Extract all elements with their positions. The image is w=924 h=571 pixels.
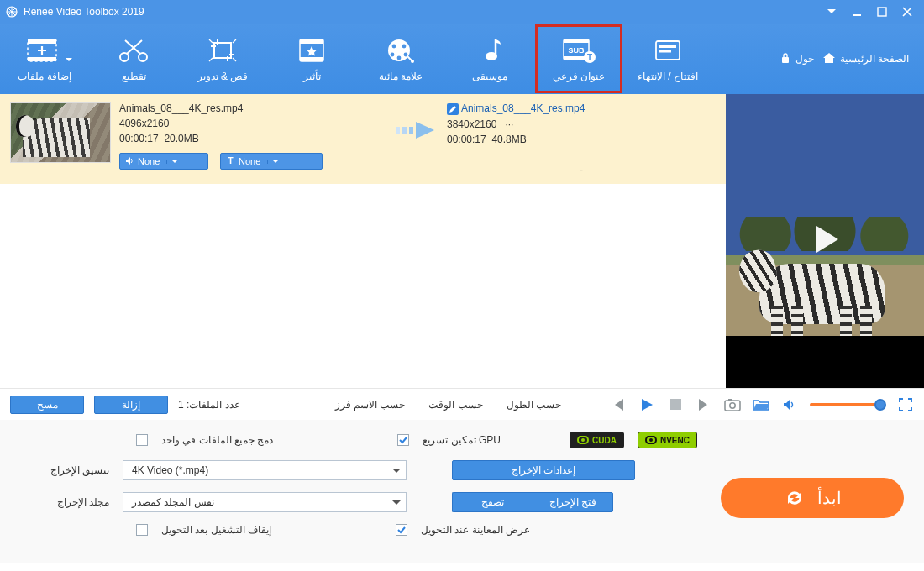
svg-rect-11 [300, 57, 323, 61]
audio-track-value: None [138, 156, 160, 166]
svg-rect-1 [853, 14, 861, 16]
svg-point-19 [486, 52, 497, 60]
tool-label: إضافة ملفات [18, 71, 71, 82]
tool-crop-rotate[interactable]: قص & تدوير [178, 24, 267, 94]
svg-rect-35 [725, 401, 740, 411]
svg-point-17 [397, 56, 402, 60]
dest-dur-size: 00:00:17 40.8MB [447, 134, 716, 145]
sort-by-time[interactable]: حسب الوقت [428, 399, 482, 411]
shutdown-checkbox[interactable] [136, 524, 148, 536]
dest-filename[interactable]: Animals_08___4K_res.mp4 [447, 102, 716, 115]
shutdown-label: إيقاف التشغيل بعد التحويل [161, 524, 271, 536]
svg-rect-5 [28, 57, 56, 61]
sort-by-name[interactable]: حسب الاسم فرز [335, 399, 406, 411]
arrow-icon [388, 102, 447, 175]
maximize-button[interactable] [870, 3, 894, 21]
svg-rect-8 [214, 43, 231, 58]
close-button[interactable] [895, 3, 919, 21]
output-folder-select[interactable]: نفس المجلد كمصدر [123, 492, 407, 512]
open-output-button[interactable]: فتح الإخراج [533, 492, 613, 512]
svg-rect-32 [402, 127, 407, 134]
play-button[interactable] [638, 396, 655, 413]
stop-button[interactable] [667, 396, 684, 413]
app-title: Renee Video Toolbox 2019 [24, 6, 144, 18]
tool-label: موسيقى [472, 71, 507, 82]
output-settings-button[interactable]: إعدادات الإخراج [452, 460, 635, 480]
subtitle-track-dropdown[interactable]: TNone [220, 153, 323, 170]
merge-label: دمج جميع الملفات في واحد [161, 434, 273, 446]
merge-checkbox[interactable] [136, 434, 148, 446]
svg-point-36 [730, 402, 735, 407]
svg-point-15 [391, 53, 395, 57]
subtitle-track-value: None [239, 156, 260, 166]
output-format-label: تنسيق الإخراج [15, 464, 109, 476]
fullscreen-button[interactable] [897, 396, 914, 413]
music-icon [475, 35, 504, 65]
output-format-select[interactable]: 4K Video (*.mp4) [123, 460, 407, 480]
volume-icon[interactable] [781, 396, 798, 413]
dest-meta: Animals_08___4K_res.mp4 3840x2160 ··· 00… [447, 102, 716, 175]
source-filename: Animals_08___4K_res.mp4 [119, 102, 388, 114]
home-link[interactable]: الصفحة الرئيسية [822, 52, 909, 66]
chevron-down-icon [166, 160, 181, 164]
source-dur-size: 00:00:17 20.0MB [119, 133, 388, 144]
audio-track-dropdown[interactable]: None [119, 153, 208, 170]
svg-rect-10 [300, 39, 323, 44]
start-label: ابدأ [817, 488, 842, 508]
about-link[interactable]: حول [780, 52, 814, 66]
refresh-icon [784, 487, 806, 509]
svg-text:SUB: SUB [568, 46, 585, 55]
gpu-label: تمكين تسريع GPU [423, 434, 501, 446]
tool-cut[interactable]: تقطيع [89, 24, 178, 94]
browse-button[interactable]: تصفح [452, 492, 533, 512]
tool-music[interactable]: موسيقى [445, 24, 534, 94]
svg-point-16 [404, 53, 408, 57]
file-row[interactable]: Animals_08___4K_res.mp4 4096x2160 00:00:… [0, 94, 726, 184]
svg-rect-28 [659, 50, 671, 53]
output-panel: دمج جميع الملفات في واحد تمكين تسريع GPU… [0, 420, 924, 563]
minimize-button[interactable] [845, 3, 869, 21]
next-button[interactable] [696, 396, 712, 413]
svg-text:T: T [228, 156, 233, 165]
preview-video[interactable] [726, 94, 924, 388]
options-dropdown-icon[interactable] [820, 3, 843, 21]
snapshot-button[interactable] [724, 396, 741, 413]
tool-intro-outro[interactable]: افتتاح / الانتهاء [623, 24, 712, 94]
tool-label: تقطيع [122, 71, 146, 82]
volume-slider[interactable] [810, 403, 885, 406]
tool-watermark[interactable]: علامة مائية [356, 24, 445, 94]
title-bar: Renee Video Toolbox 2019 [0, 0, 924, 24]
home-label: الصفحة الرئيسية [840, 53, 909, 65]
chevron-down-icon [392, 464, 401, 476]
svg-rect-4 [28, 39, 56, 44]
scissors-icon [117, 35, 150, 65]
chevron-down-icon [66, 53, 72, 65]
svg-rect-33 [409, 127, 413, 134]
add-files-icon [26, 35, 63, 65]
preview-checkbox[interactable] [396, 524, 407, 536]
gpu-checkbox[interactable] [397, 434, 409, 446]
prev-button[interactable] [610, 396, 627, 413]
header-links: حول الصفحة الرئيسية [780, 24, 924, 94]
file-count: عدد الملفات: 1 [178, 399, 240, 411]
output-format-value: 4K Video (*.mp4) [132, 464, 208, 476]
svg-rect-29 [782, 57, 789, 63]
svg-text:T: T [587, 53, 592, 62]
crop-rotate-icon [206, 35, 239, 65]
sort-by-length[interactable]: حسب الطول [507, 399, 561, 411]
edit-icon [447, 103, 459, 115]
remove-button[interactable]: إزالة [94, 396, 168, 414]
file-thumbnail [10, 102, 111, 163]
svg-point-14 [402, 45, 407, 49]
svg-rect-2 [878, 8, 886, 16]
open-folder-button[interactable] [753, 396, 769, 413]
svg-rect-34 [670, 399, 681, 410]
tool-subtitle[interactable]: SUBT عنوان فرعي [534, 24, 623, 94]
tool-effect[interactable]: تأثير [267, 24, 356, 94]
preview-panel [726, 94, 924, 388]
start-button[interactable]: ابدأ [721, 478, 904, 518]
clear-button[interactable]: مسح [10, 396, 84, 414]
nvenc-badge: NVENC [638, 432, 697, 448]
play-overlay-icon[interactable] [801, 216, 848, 266]
tool-add-files[interactable]: إضافة ملفات [0, 24, 89, 94]
